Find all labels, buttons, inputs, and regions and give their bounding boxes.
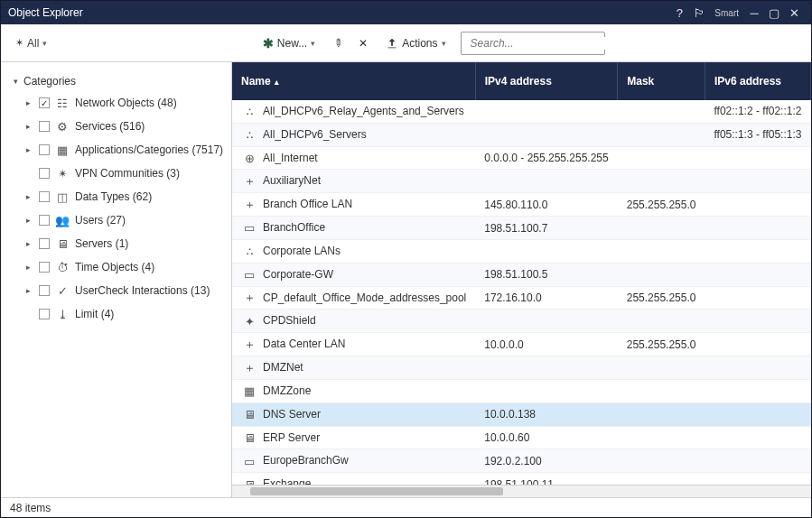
checkbox[interactable]: [39, 238, 50, 249]
scrollbar-thumb[interactable]: [250, 487, 503, 495]
cell-ipv6: [705, 239, 810, 263]
zone-icon: ▦: [241, 385, 257, 398]
table-row[interactable]: ⛬Corporate LANs: [232, 239, 811, 263]
search-input[interactable]: [471, 37, 607, 50]
cell-mask6: [810, 426, 811, 449]
cell-name: ▭Corporate-GW: [232, 263, 475, 286]
table-row[interactable]: ＋AuxiliaryNet: [232, 170, 811, 193]
cell-ipv4: 192.0.2.100: [475, 449, 617, 473]
categories-header[interactable]: ▾ Categories: [1, 71, 231, 91]
cell-ipv6: ff05::1:3 - ff05::1:3: [705, 123, 810, 146]
net-icon: ＋: [241, 338, 257, 351]
checkbox[interactable]: [39, 262, 50, 273]
cell-ipv6: [705, 170, 810, 193]
filter-all-label: All: [27, 37, 39, 50]
category-label: Applications/Categories (7517): [75, 143, 223, 156]
actions-label: Actions: [402, 37, 437, 50]
sidebar-item-limit[interactable]: ⤓Limit (4): [1, 302, 231, 326]
table-row[interactable]: 🖥DNS Server10.0.0.138Static: 10.10.10.53: [232, 402, 811, 426]
cell-mask: [618, 449, 705, 473]
table-row[interactable]: ▭Corporate-GW198.51.100.5None: [232, 263, 811, 286]
cell-name: ⊕All_Internet: [232, 146, 475, 170]
checkbox[interactable]: [39, 97, 50, 108]
sidebar-item-data-types[interactable]: ▸◫Data Types (62): [1, 185, 231, 208]
table-row[interactable]: ▦DMZZone: [232, 379, 811, 402]
checkbox[interactable]: [39, 215, 50, 226]
table-scroll[interactable]: Name▴ IPv4 address Mask IPv6 address Mas…: [232, 62, 811, 485]
filter-all-dropdown[interactable]: ✶ All ▾: [10, 35, 52, 51]
horizontal-scrollbar[interactable]: [232, 485, 811, 497]
cell-name: ⛬All_DHCPv6_Servers: [232, 123, 475, 146]
table-row[interactable]: ✦CPDShield: [232, 310, 811, 333]
maximize-icon[interactable]: ▢: [764, 3, 784, 23]
sidebar-item-services[interactable]: ▸⚙Services (516): [1, 115, 231, 138]
host-icon: 🖥: [241, 431, 257, 444]
cell-mask6: [810, 449, 811, 473]
sidebar-item-servers[interactable]: ▸🖥Servers (1): [1, 232, 231, 255]
cell-ipv4: 10.0.0.60: [475, 426, 617, 449]
table-row[interactable]: ＋DMZNet: [232, 356, 811, 380]
chevron-right-icon: ▸: [26, 286, 33, 295]
cell-ipv6: [705, 473, 810, 485]
col-mask[interactable]: Mask: [618, 62, 705, 100]
checkbox[interactable]: [39, 285, 50, 296]
cell-name: ✦CPDShield: [232, 310, 475, 333]
close-icon[interactable]: ✕: [784, 3, 804, 23]
gw-icon: ▭: [241, 269, 257, 282]
col-ipv6[interactable]: IPv6 address: [705, 62, 810, 100]
checkbox[interactable]: [39, 309, 50, 319]
cell-ipv6: [705, 310, 810, 333]
actions-button[interactable]: Actions ▾: [380, 34, 451, 52]
col-name[interactable]: Name▴: [232, 62, 475, 100]
cell-mask6: [810, 473, 811, 485]
table-row[interactable]: ⊕All_Internet0.0.0.0 - 255.255.255.255No…: [232, 146, 811, 170]
col-ipv4[interactable]: IPv4 address: [475, 62, 617, 100]
table-row[interactable]: ＋CP_default_Office_Mode_addresses_pool17…: [232, 286, 811, 310]
sidebar-item-users[interactable]: ▸👥Users (27): [1, 208, 231, 232]
sidebar-item-usercheck-interactions[interactable]: ▸✓UserCheck Interactions (13): [1, 279, 231, 302]
cell-ipv4: 10.0.0.138: [475, 402, 617, 426]
cell-mask6: [810, 333, 811, 356]
cell-mask6: [810, 310, 811, 333]
cell-ipv6: [705, 356, 810, 380]
new-button[interactable]: ✱ New... ▾: [257, 33, 321, 53]
table-row[interactable]: ⛬All_DHCPv6_Serversff05::1:3 - ff05::1:3: [232, 123, 811, 146]
checkbox[interactable]: [39, 168, 50, 179]
table-row[interactable]: 🖥ERP Server10.0.0.60None: [232, 426, 811, 449]
cell-ipv6: [705, 217, 810, 240]
table-row[interactable]: ▭BranchOffice198.51.100.7None: [232, 217, 811, 240]
minimize-icon[interactable]: ─: [744, 3, 764, 23]
delete-icon[interactable]: ✕: [355, 35, 371, 51]
table-row[interactable]: 🖥Exchange198.51.100.11None: [232, 473, 811, 485]
sidebar-item-vpn-communities[interactable]: ✴VPN Communities (3): [1, 162, 231, 185]
cell-mask: [618, 426, 705, 449]
help-icon[interactable]: ?: [669, 3, 689, 23]
table-row[interactable]: ▭EuropeBranchGw192.0.2.100None: [232, 449, 811, 473]
cell-name: ⛬All_DHCPv6_Relay_Agents_and_Servers: [232, 100, 475, 123]
cell-mask6: [810, 170, 811, 193]
checkbox[interactable]: [39, 121, 50, 132]
cell-ipv4: 0.0.0.0 - 255.255.255.255: [475, 146, 617, 170]
category-icon: ✓: [55, 283, 70, 298]
category-icon: 🖥: [55, 236, 70, 251]
category-label: VPN Communities (3): [75, 167, 180, 180]
cell-mask6: [810, 263, 811, 286]
edit-icon[interactable]: ✎: [326, 32, 349, 54]
host-icon: 🖥: [241, 409, 257, 421]
table-row[interactable]: ＋Branch Office LAN145.80.110.0255.255.25…: [232, 193, 811, 217]
sidebar-item-network-objects[interactable]: ▸☷Network Objects (48): [1, 91, 231, 115]
sidebar-item-time-objects[interactable]: ▸⏱Time Objects (4): [1, 255, 231, 279]
category-label: Data Types (62): [75, 190, 152, 203]
export-icon: [386, 37, 398, 50]
table-row[interactable]: ＋Data Center LAN10.0.0.0255.255.255.0Non…: [232, 333, 811, 356]
table-row[interactable]: ⛬All_DHCPv6_Relay_Agents_and_Serversff02…: [232, 100, 811, 123]
chevron-right-icon: ▸: [26, 239, 33, 248]
statusbar: 48 items: [1, 497, 811, 517]
search-box[interactable]: [461, 32, 605, 55]
sidebar-item-applications-categories[interactable]: ▸▦Applications/Categories (7517): [1, 138, 231, 162]
checkbox[interactable]: [39, 191, 50, 202]
checkbox[interactable]: [39, 144, 50, 155]
group-icon: ⛬: [241, 106, 257, 118]
col-mask6[interactable]: Mask 6: [810, 62, 811, 100]
net-icon: ＋: [241, 362, 257, 375]
